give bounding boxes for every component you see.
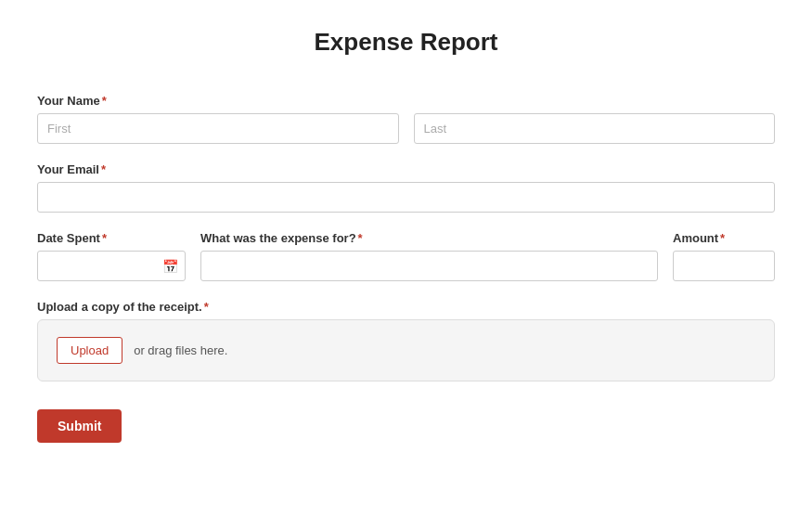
date-required: * [102, 231, 107, 245]
expense-required: * [358, 231, 363, 245]
amount-group: Amount* [673, 231, 775, 281]
row-three-group: Date Spent* 📅 What was the expense for?*… [37, 231, 775, 281]
date-wrapper: 📅 [37, 251, 186, 281]
email-group: Your Email* [37, 162, 775, 213]
name-group: Your Name* [37, 94, 775, 144]
expense-form: Your Name* Your Email* Date Spent* [37, 94, 775, 443]
upload-required: * [204, 300, 209, 314]
upload-label: Upload a copy of the receipt.* [37, 300, 775, 314]
expense-input[interactable] [200, 251, 658, 281]
last-name-input[interactable] [414, 113, 776, 144]
email-label: Your Email* [37, 162, 775, 176]
upload-button[interactable]: Upload [57, 337, 122, 364]
expense-label: What was the expense for?* [200, 231, 658, 245]
name-row [37, 113, 775, 144]
email-required: * [101, 162, 106, 176]
drag-text: or drag files here. [134, 343, 227, 357]
date-group: Date Spent* 📅 [37, 231, 186, 281]
date-label: Date Spent* [37, 231, 186, 245]
submit-button[interactable]: Submit [37, 409, 122, 443]
date-input[interactable] [37, 251, 186, 281]
expense-description-group: What was the expense for?* [200, 231, 658, 281]
amount-required: * [720, 231, 725, 245]
name-required: * [102, 94, 107, 108]
upload-area: Upload or drag files here. [37, 319, 775, 381]
page-title: Expense Report [37, 28, 775, 57]
upload-section: Upload a copy of the receipt.* Upload or… [37, 300, 775, 381]
amount-label: Amount* [673, 231, 775, 245]
amount-input[interactable] [673, 251, 775, 281]
name-label: Your Name* [37, 94, 775, 108]
email-input[interactable] [37, 182, 775, 213]
first-name-input[interactable] [37, 113, 399, 144]
